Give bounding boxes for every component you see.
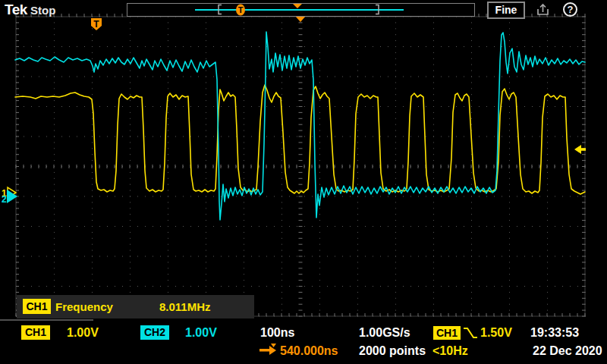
ch1-badge: CH1 <box>21 325 50 340</box>
save-file-icon[interactable] <box>536 2 552 17</box>
ch2-scale: 1.00V <box>185 326 217 340</box>
trigger-slope-falling-icon <box>463 327 478 340</box>
record-view-bar[interactable]: T <box>127 3 475 17</box>
record-length-readout: 2000 points <box>359 344 426 358</box>
trigger-source-badge: CH1 <box>433 326 461 340</box>
clock-time: 19:33:53 <box>530 326 579 340</box>
ch2-badge: CH2 <box>140 325 169 340</box>
record-view-trigger-label: T <box>238 5 244 14</box>
trigger-position-marker[interactable] <box>295 16 306 22</box>
delay-readout: 540.000ns <box>280 344 338 358</box>
oscilloscope-screen: T12 Tek Stop T Fine ? CH1 Frequency 8.01… <box>0 0 607 364</box>
measurement-value: 8.011MHz <box>159 300 211 313</box>
measurement-source-badge: CH1 <box>23 299 51 314</box>
fine-button[interactable]: Fine <box>487 2 525 19</box>
sample-rate-readout: 1.00GS/s <box>359 326 410 340</box>
trigger-coupling-readout: <10Hz <box>432 344 468 358</box>
measurement-box: CH1 Frequency 8.011MHz <box>17 295 254 318</box>
footer-separator <box>0 319 93 321</box>
trigger-level-arrow-tail <box>581 148 586 151</box>
trigger-level-arrow[interactable] <box>574 145 581 154</box>
ch1-scale: 1.00V <box>67 326 99 340</box>
horizontal-delay-icon <box>259 344 278 355</box>
measurement-name: Frequency <box>55 300 113 313</box>
tek-logo: Tek <box>5 2 27 18</box>
trigger-level-readout: 1.50V <box>480 326 512 340</box>
ch1-trace <box>15 85 585 194</box>
help-icon[interactable]: ? <box>563 2 577 17</box>
trigger-t-flag-label: T <box>93 19 99 30</box>
ch2-ground-marker-label: 2 <box>2 194 7 205</box>
acquisition-status: Stop <box>30 4 55 17</box>
clock-date: 22 Dec 2020 <box>533 344 602 358</box>
timebase-readout: 100ns <box>260 326 294 340</box>
